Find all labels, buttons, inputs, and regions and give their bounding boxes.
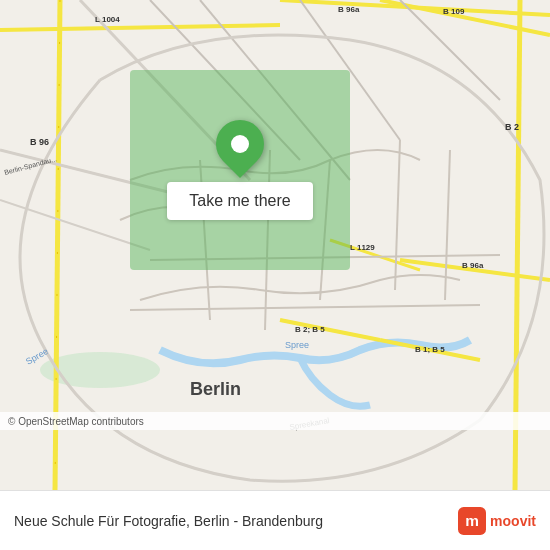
pin-inner: [231, 135, 249, 153]
svg-text:B 2: B 2: [505, 122, 519, 132]
location-highlight: Take me there: [130, 70, 350, 270]
svg-text:L 1004: L 1004: [95, 15, 120, 24]
svg-text:m: m: [465, 512, 479, 529]
svg-text:B 109: B 109: [443, 7, 465, 16]
attribution-bar: © OpenStreetMap contributors: [0, 412, 550, 430]
svg-text:Spree: Spree: [285, 340, 309, 350]
moovit-logo: m moovit: [458, 507, 536, 535]
svg-text:B 96: B 96: [30, 137, 49, 147]
svg-text:B 96a: B 96a: [462, 261, 484, 270]
svg-text:B 1; B 5: B 1; B 5: [415, 345, 445, 354]
moovit-name: moovit: [490, 513, 536, 529]
location-pin-icon: [206, 110, 274, 178]
moovit-icon: m: [458, 507, 486, 535]
map-container: Spree Spree Berlin Spreekanal B 96 B 2 L…: [0, 0, 550, 490]
location-name: Neue Schule Für Fotografie, Berlin - Bra…: [14, 513, 323, 529]
svg-text:B 96a: B 96a: [338, 5, 360, 14]
svg-text:B 2; B 5: B 2; B 5: [295, 325, 325, 334]
take-me-there-button[interactable]: Take me there: [167, 182, 312, 220]
svg-text:L 1129: L 1129: [350, 243, 375, 252]
bottom-bar: Neue Schule Für Fotografie, Berlin - Bra…: [0, 490, 550, 550]
svg-text:Berlin: Berlin: [190, 379, 241, 399]
attribution-text: © OpenStreetMap contributors: [8, 416, 144, 427]
